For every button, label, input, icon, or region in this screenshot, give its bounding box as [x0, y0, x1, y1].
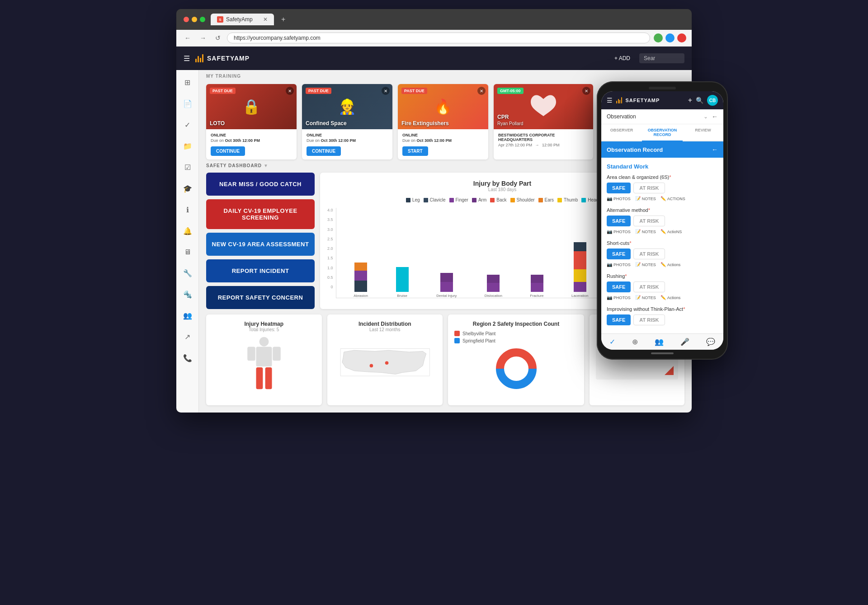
- logo-bar-1: [195, 59, 197, 62]
- phone-chevron-down-icon[interactable]: ⌄: [703, 113, 708, 120]
- browser-extension-icons: [654, 33, 686, 42]
- close-card-cpr[interactable]: ✕: [582, 87, 590, 95]
- phone-actions-1[interactable]: ✏️ ACTIONS: [660, 196, 685, 201]
- back-button[interactable]: ←: [182, 33, 193, 43]
- gmt-badge-cpr: GMT-05:00: [497, 88, 524, 94]
- phone-actions-2[interactable]: ✏️ ActioNS: [660, 229, 682, 234]
- sidebar-icon-share[interactable]: ↗: [182, 330, 193, 344]
- bar-label-dental: Dental Injury: [436, 294, 457, 298]
- phone-bottom-nav: ✓ ⊕ 👥 🎤 💬: [601, 333, 723, 350]
- phone-logo-bars: [616, 97, 622, 103]
- phone-notes-1[interactable]: 📝 NOTES: [635, 196, 656, 201]
- confined-continue-button[interactable]: CONTINUE: [307, 146, 341, 156]
- phone-hamburger-icon[interactable]: ☰: [607, 97, 613, 104]
- sidebar-icon-alert[interactable]: 🔔: [180, 224, 195, 238]
- phone-nav-check-icon[interactable]: ✓: [609, 338, 615, 346]
- sidebar-icon-folder[interactable]: 📁: [180, 139, 195, 153]
- phone-photos-4[interactable]: 📷 PHOTOS: [607, 295, 631, 300]
- notes-icon-2: 📝: [635, 229, 641, 234]
- safe-button-5[interactable]: SAFE: [607, 314, 631, 325]
- search-bar[interactable]: Sear: [639, 53, 684, 63]
- report-incident-button[interactable]: REPORT INCIDENT: [206, 259, 315, 282]
- phone-user-avatar[interactable]: CB: [707, 95, 718, 106]
- sidebar-icon-info[interactable]: ℹ: [184, 203, 192, 217]
- close-window-button[interactable]: [184, 17, 189, 22]
- safe-button-4[interactable]: SAFE: [607, 281, 631, 292]
- phone-actions-3[interactable]: ✏️ Actions: [660, 262, 681, 267]
- forward-button[interactable]: →: [197, 33, 209, 43]
- sidebar-icon-checklist[interactable]: ☑: [182, 160, 193, 174]
- phone-search-icon[interactable]: 🔍: [696, 97, 703, 104]
- y-label-0: 0: [331, 285, 333, 289]
- minimize-window-button[interactable]: [192, 17, 197, 22]
- maximize-window-button[interactable]: [200, 17, 205, 22]
- cv19-screening-button[interactable]: DAILY CV-19 EMPLOYEE SCREENING: [206, 199, 315, 229]
- phone-photos-2[interactable]: 📷 PHOTOS: [607, 229, 631, 234]
- legend-shoulder-dot: [510, 198, 515, 202]
- cv19-assessment-button[interactable]: NEW CV-19 AREA ASSESSMENT: [206, 233, 315, 256]
- at-risk-button-2[interactable]: AT RISK: [633, 216, 665, 226]
- phone-tab-observer[interactable]: OBSERVER: [601, 124, 642, 141]
- phone-add-icon[interactable]: +: [688, 96, 692, 104]
- legend-head: Head: [581, 197, 599, 202]
- hamburger-menu-icon[interactable]: ☰: [184, 54, 190, 63]
- at-risk-button-5[interactable]: AT RISK: [633, 314, 665, 325]
- sidebar-icon-check[interactable]: ✓: [182, 118, 193, 132]
- fire-start-button[interactable]: START: [402, 146, 428, 156]
- phone-tab-observation-record[interactable]: OBSERVATION RECORD: [642, 124, 683, 141]
- fire-card-due: Due on Oct 30th 12:00 PM: [402, 138, 484, 143]
- sidebar-icon-grid[interactable]: ⊞: [182, 75, 193, 89]
- near-miss-button[interactable]: NEAR MISS / GOOD CATCH: [206, 173, 315, 196]
- training-card-loto: 🔒 PAST DUE ✕ LOTO ONLINE Due on Oct 30th…: [206, 84, 297, 159]
- url-bar[interactable]: https://yourcompany.safetyamp.com: [227, 33, 650, 43]
- at-risk-button-4[interactable]: AT RISK: [633, 281, 665, 292]
- close-card-loto[interactable]: ✕: [286, 87, 294, 95]
- confined-due-date: Oct 30th 12:00 PM: [321, 138, 356, 143]
- phone-actions-4[interactable]: ✏️ Actions: [660, 295, 681, 300]
- sidebar-icon-phone[interactable]: 📞: [180, 351, 195, 365]
- sidebar-icon-wrench[interactable]: 🔧: [180, 266, 195, 280]
- phone-back-icon[interactable]: ←: [712, 113, 718, 120]
- phone-nav-mic-icon[interactable]: 🎤: [680, 338, 689, 346]
- sidebar-icon-graduation[interactable]: 🎓: [180, 182, 195, 196]
- safe-button-1[interactable]: SAFE: [607, 183, 631, 193]
- phone-photos-1[interactable]: 📷 PHOTOS: [607, 196, 631, 201]
- dashboard-dropdown-icon[interactable]: ▼: [264, 163, 269, 168]
- phone-nav-plus-icon[interactable]: ⊕: [632, 338, 638, 346]
- safe-button-2[interactable]: SAFE: [607, 216, 631, 226]
- sidebar-icon-screwdriver[interactable]: 🔩: [180, 287, 195, 301]
- phone-notes-3[interactable]: 📝 NOTES: [635, 262, 656, 267]
- svg-rect-5: [265, 367, 272, 389]
- phone-obs-record-back-icon[interactable]: ←: [712, 146, 718, 153]
- new-tab-button[interactable]: +: [281, 15, 285, 23]
- at-risk-button-3[interactable]: AT RISK: [633, 249, 665, 259]
- bar-seg-lac-4: [574, 282, 586, 292]
- phone-notes-4[interactable]: 📝 NOTES: [635, 295, 656, 300]
- sidebar-icon-monitor[interactable]: 🖥: [181, 245, 194, 259]
- at-risk-button-1[interactable]: AT RISK: [633, 183, 665, 193]
- close-card-confined[interactable]: ✕: [382, 87, 390, 95]
- legend-leg-label: Leg: [412, 197, 420, 202]
- loto-card-type: ONLINE: [211, 133, 292, 137]
- phone-photos-3[interactable]: 📷 PHOTOS: [607, 262, 631, 267]
- refresh-button[interactable]: ↺: [212, 33, 223, 43]
- legend-clavicle: Clavicle: [424, 197, 446, 202]
- close-card-fire[interactable]: ✕: [477, 87, 486, 95]
- browser-tab[interactable]: S SafetyAmp ✕: [211, 14, 274, 25]
- phone-notes-2[interactable]: 📝 NOTES: [635, 229, 656, 234]
- phone-tab-review[interactable]: REVIEW: [683, 124, 723, 141]
- training-card-confined-image: 👷 PAST DUE ✕ Confined Space: [302, 84, 392, 129]
- loto-continue-button[interactable]: CONTINUE: [211, 146, 245, 156]
- add-button[interactable]: + ADD: [611, 53, 634, 63]
- phone-nav-chat-icon[interactable]: 💬: [706, 338, 715, 346]
- springfield-label: Springfield Plant: [462, 338, 495, 343]
- tab-close-icon[interactable]: ✕: [263, 16, 268, 23]
- sidebar-icon-users[interactable]: 👥: [180, 309, 195, 323]
- phone-nav-users-icon[interactable]: 👥: [655, 338, 664, 346]
- report-safety-concern-button[interactable]: REPORT SAFETY CONCERN: [206, 286, 315, 309]
- legend-finger: Finger: [449, 197, 468, 202]
- safe-button-3[interactable]: SAFE: [607, 249, 631, 259]
- sidebar-icon-document[interactable]: 📄: [180, 97, 195, 111]
- legend-finger-dot: [449, 198, 454, 202]
- phone-q-label-alternative: Alternative method*: [607, 207, 718, 213]
